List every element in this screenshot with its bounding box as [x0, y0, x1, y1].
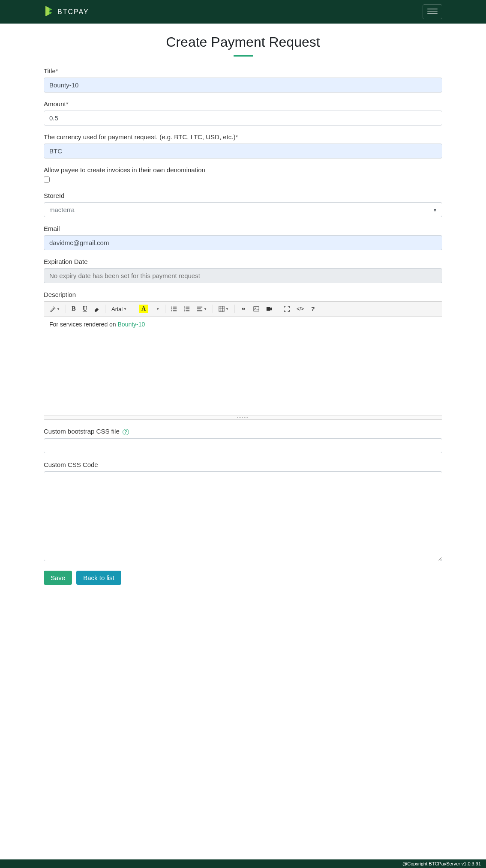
page-title: Create Payment Request [44, 34, 442, 50]
svg-rect-15 [219, 306, 224, 311]
save-button[interactable]: Save [44, 571, 72, 585]
svg-point-4 [171, 310, 172, 311]
footer: @Copyright BTCPayServer v1.0.3.91 [0, 859, 486, 868]
expiration-label: Expiration Date [44, 258, 442, 265]
align-icon [197, 306, 203, 312]
editor-bold-button[interactable]: B [69, 303, 79, 314]
svg-rect-13 [197, 308, 201, 309]
store-select[interactable]: macterra [44, 202, 442, 217]
editor-resize-handle[interactable] [44, 415, 442, 419]
nav-menu-toggle[interactable] [423, 4, 442, 19]
btcpay-logo-icon [44, 5, 54, 19]
hamburger-icon [427, 7, 438, 15]
list-ol-icon: 123 [184, 306, 190, 312]
svg-rect-12 [197, 307, 202, 308]
editor-color-button[interactable]: A [136, 303, 151, 314]
amount-input[interactable] [44, 111, 442, 126]
svg-point-2 [171, 308, 172, 309]
editor-color-more-button[interactable]: ▼ [152, 303, 162, 314]
title-underline [234, 55, 253, 57]
editor-font-select[interactable]: Arial ▼ [108, 303, 130, 314]
editor-style-button[interactable]: ▼ [47, 303, 63, 314]
svg-text:3: 3 [184, 310, 185, 312]
svg-rect-5 [173, 311, 177, 311]
title-input[interactable] [44, 78, 442, 93]
brand-logo[interactable]: BTCPAY [44, 5, 89, 19]
help-icon[interactable]: ? [123, 429, 129, 435]
editor-content-area[interactable]: For services rendered on Bounty-10 [44, 317, 442, 415]
allow-payee-checkbox[interactable] [44, 177, 50, 183]
svg-rect-3 [173, 308, 177, 309]
image-icon [253, 306, 259, 312]
email-input[interactable] [44, 235, 442, 250]
editor-fullscreen-button[interactable] [281, 303, 293, 314]
editor-link-button[interactable] [237, 303, 249, 314]
description-link[interactable]: Bounty-10 [118, 321, 145, 328]
currency-input[interactable] [44, 144, 442, 159]
svg-rect-7 [186, 307, 189, 308]
back-to-list-button[interactable]: Back to list [76, 571, 121, 585]
editor-help-button[interactable]: ? [308, 303, 318, 314]
editor-paragraph-button[interactable]: ▼ [194, 303, 210, 314]
allow-payee-label: Allow payee to create invoices in their … [44, 166, 442, 174]
custom-css-file-input[interactable] [44, 438, 442, 453]
editor-video-button[interactable] [263, 303, 275, 314]
magic-wand-icon [50, 306, 56, 312]
svg-rect-9 [186, 308, 189, 309]
custom-css-code-label: Custom CSS Code [44, 461, 442, 468]
svg-point-0 [171, 306, 172, 307]
svg-point-21 [255, 308, 256, 309]
editor-underline-button[interactable]: U [80, 303, 90, 314]
currency-label: The currency used for payment request. (… [44, 133, 442, 141]
svg-rect-11 [186, 311, 189, 311]
link-icon [240, 306, 246, 312]
custom-css-code-textarea[interactable] [44, 471, 442, 561]
brand-name: BTCPAY [57, 8, 89, 16]
video-icon [266, 306, 272, 312]
description-label: Description [44, 291, 442, 298]
editor-clear-format-button[interactable] [91, 303, 102, 314]
editor-codeview-button[interactable]: </> [294, 303, 307, 314]
editor-toolbar: ▼ B U Arial ▼ A ▼ 123 [44, 302, 442, 317]
editor-table-button[interactable]: ▼ [216, 303, 232, 314]
email-label: Email [44, 225, 442, 232]
expiration-input[interactable] [44, 268, 442, 283]
editor-picture-button[interactable] [250, 303, 262, 314]
svg-rect-14 [197, 311, 202, 311]
font-color-icon: A [139, 305, 148, 313]
title-label: Title* [44, 67, 442, 75]
rich-text-editor: ▼ B U Arial ▼ A ▼ 123 [44, 301, 442, 420]
editor-ol-button[interactable]: 123 [181, 303, 193, 314]
store-label: StoreId [44, 192, 442, 199]
svg-rect-1 [173, 307, 177, 308]
navbar: BTCPAY [0, 0, 486, 24]
footer-copyright: @Copyright BTCPayServer v1.0.3.91 [402, 861, 481, 866]
svg-rect-20 [254, 307, 259, 311]
custom-css-file-label: Custom bootstrap CSS file ? [44, 428, 442, 435]
list-ul-icon [171, 306, 177, 312]
amount-label: Amount* [44, 100, 442, 108]
svg-rect-22 [267, 307, 270, 311]
editor-ul-button[interactable] [168, 303, 180, 314]
table-icon [219, 306, 225, 312]
eraser-icon [94, 306, 99, 312]
fullscreen-icon [284, 306, 290, 312]
